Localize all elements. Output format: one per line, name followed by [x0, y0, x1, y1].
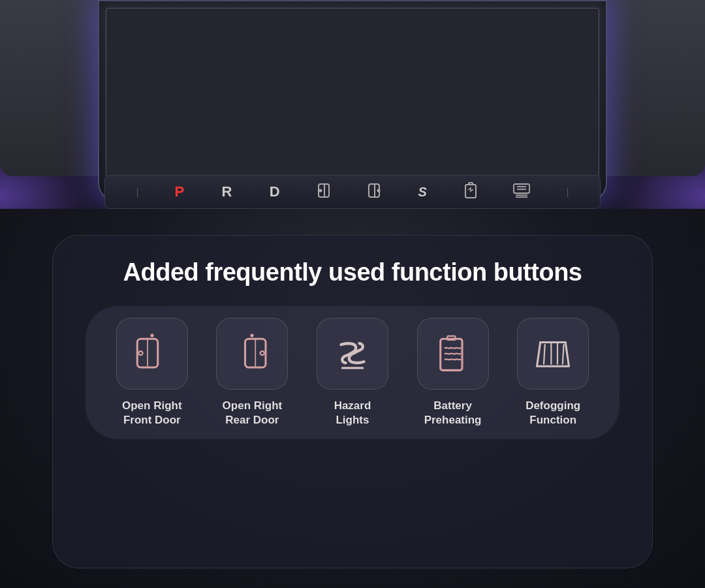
svg-rect-8: [514, 184, 529, 193]
svg-line-24: [544, 345, 545, 364]
gear-s[interactable]: S: [418, 185, 428, 200]
front-door-label: Open Right Front Door: [122, 399, 182, 427]
info-panel: Added frequently used function buttons O…: [52, 235, 653, 568]
svg-point-15: [138, 351, 142, 355]
battery-preheat-button[interactable]: Battery Preheating: [403, 318, 503, 427]
gear-bar-right-divider: |: [567, 187, 569, 197]
gear-r[interactable]: R: [222, 183, 234, 200]
svg-point-19: [260, 351, 264, 355]
hazard-lights-icon-circle: [317, 318, 388, 390]
battery-preheat-label: Battery Preheating: [424, 399, 482, 427]
gear-bar-rear-door-icon[interactable]: [368, 182, 382, 202]
battery-preheat-icon-circle: [417, 318, 489, 390]
gear-bar-left-divider: |: [136, 187, 139, 197]
gear-d[interactable]: D: [270, 183, 281, 200]
svg-line-27: [563, 345, 564, 364]
gear-selector-bar: | P R D S: [104, 175, 601, 209]
front-door-button[interactable]: Open Right Front Door: [102, 318, 202, 427]
panel-title: Added frequently used function buttons: [86, 258, 619, 286]
hazard-lights-icon: [330, 331, 375, 377]
screen-display: [106, 8, 599, 178]
svg-point-17: [251, 333, 254, 337]
svg-point-4: [378, 189, 380, 191]
rear-door-icon: [229, 331, 275, 377]
rear-door-icon-circle: [216, 318, 288, 390]
function-buttons-row: Open Right Front Door Open Right: [86, 306, 619, 439]
main-screen: [98, 0, 607, 202]
gear-bar-battery-icon[interactable]: [464, 182, 477, 202]
defogging-label: Defogging Function: [525, 399, 580, 427]
gear-bar-front-door-icon[interactable]: [317, 182, 332, 202]
rear-door-label: Open Right Rear Door: [223, 399, 283, 427]
defogging-icon-circle: [517, 318, 589, 390]
front-door-icon-circle: [116, 318, 188, 390]
gear-p[interactable]: P: [175, 183, 186, 200]
gear-bar-defog-icon[interactable]: [513, 183, 530, 201]
defogging-icon: [530, 331, 576, 377]
svg-rect-7: [469, 183, 473, 185]
front-door-icon: [129, 331, 175, 377]
battery-preheat-icon: [430, 331, 476, 377]
hazard-lights-button[interactable]: Hazard Lights: [302, 318, 403, 427]
hazard-lights-label: Hazard Lights: [334, 399, 371, 427]
svg-point-13: [150, 333, 153, 337]
rear-door-button[interactable]: Open Right Rear Door: [202, 318, 303, 427]
svg-point-1: [319, 189, 321, 191]
defogging-button[interactable]: Defogging Function: [503, 318, 603, 427]
